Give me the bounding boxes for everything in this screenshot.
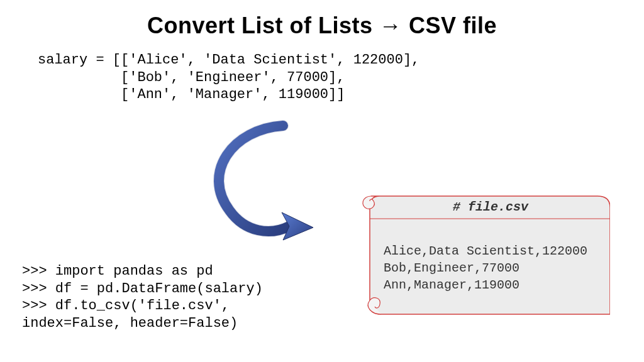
page-title: Convert List of Lists → CSV file [0, 13, 644, 39]
curved-arrow-icon [195, 113, 333, 251]
repl-code-block: >>> import pandas as pd >>> df = pd.Data… [22, 263, 263, 332]
file-content: Alice,Data Scientist,122000 Bob,Engineer… [384, 243, 587, 293]
slide-stage: Convert List of Lists → CSV file salary … [0, 0, 644, 362]
file-name-label: # file.csv [371, 200, 610, 214]
source-code-block: salary = [['Alice', 'Data Scientist', 12… [38, 52, 419, 104]
csv-file-scroll: # file.csv Alice,Data Scientist,122000 B… [358, 189, 610, 321]
